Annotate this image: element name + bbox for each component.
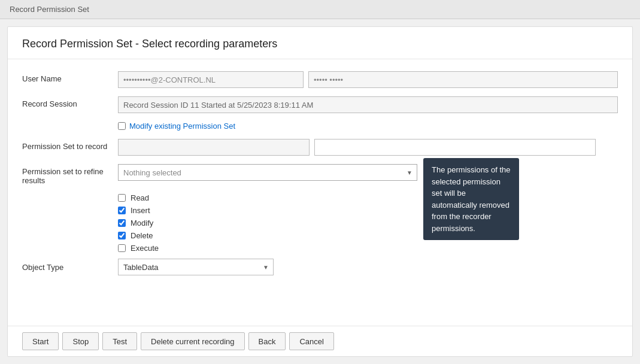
record-session-field[interactable] bbox=[118, 96, 618, 113]
delete-recording-button[interactable]: Delete current recording bbox=[141, 332, 244, 350]
permissions-section: Read Insert Modify Delete Execute bbox=[118, 193, 618, 253]
permission-set-refine-dropdown[interactable]: Nothing selected bbox=[118, 164, 417, 181]
username-field-2[interactable] bbox=[308, 71, 618, 88]
modify-existing-label[interactable]: Modify existing Permission Set bbox=[129, 122, 235, 131]
read-label[interactable]: Read bbox=[131, 193, 149, 202]
card-body: User Name Record Session Modify existing… bbox=[8, 59, 632, 326]
read-checkbox[interactable] bbox=[118, 194, 126, 202]
record-session-label: Record Session bbox=[22, 96, 118, 108]
record-session-row: Record Session bbox=[22, 96, 618, 113]
stop-button[interactable]: Stop bbox=[62, 332, 99, 350]
main-card: Record Permission Set - Select recording… bbox=[7, 26, 633, 357]
permission-set-field-1[interactable] bbox=[118, 139, 310, 156]
permission-set-field-2[interactable] bbox=[314, 139, 596, 156]
cancel-button[interactable]: Cancel bbox=[289, 332, 333, 350]
modify-existing-checkbox[interactable] bbox=[118, 122, 126, 130]
username-label: User Name bbox=[22, 71, 118, 83]
test-button[interactable]: Test bbox=[102, 332, 137, 350]
execute-checkbox[interactable] bbox=[118, 244, 126, 252]
username-row: User Name bbox=[22, 71, 618, 88]
page-title: Record Permission Set - Select recording… bbox=[8, 27, 632, 59]
breadcrumb: Record Permission Set bbox=[0, 0, 640, 19]
object-type-dropdown[interactable]: TableData Form Report Codeunit XMLport bbox=[118, 259, 274, 275]
breadcrumb-text: Record Permission Set bbox=[10, 5, 89, 14]
start-button[interactable]: Start bbox=[22, 332, 59, 350]
object-type-label: Object Type bbox=[22, 263, 118, 272]
execute-label[interactable]: Execute bbox=[131, 244, 159, 253]
delete-perm-item: Delete bbox=[118, 231, 618, 240]
permission-set-record-label: Permission Set to record bbox=[22, 139, 118, 151]
modify-row: Modify existing Permission Set bbox=[118, 122, 618, 131]
insert-perm-item: Insert bbox=[118, 206, 618, 215]
record-session-controls bbox=[118, 96, 618, 113]
username-controls bbox=[118, 71, 618, 88]
card-footer: Start Stop Test Delete current recording… bbox=[8, 326, 632, 356]
tooltip-box: The permissions of the selected permissi… bbox=[423, 158, 519, 240]
dropdown-wrapper: Nothing selected ▼ bbox=[118, 164, 417, 181]
delete-label[interactable]: Delete bbox=[131, 231, 153, 240]
permission-set-record-controls bbox=[118, 139, 596, 156]
username-field-1[interactable] bbox=[118, 71, 304, 88]
object-type-wrapper: TableData Form Report Codeunit XMLport ▼ bbox=[118, 259, 274, 275]
modify-checkbox[interactable] bbox=[118, 219, 126, 227]
insert-label[interactable]: Insert bbox=[131, 206, 150, 215]
delete-checkbox[interactable] bbox=[118, 232, 126, 239]
object-type-row: Object Type TableData Form Report Codeun… bbox=[22, 259, 618, 275]
permission-set-refine-row: Permission set to refine results Nothing… bbox=[22, 164, 618, 185]
read-perm-item: Read bbox=[118, 193, 618, 202]
execute-perm-item: Execute bbox=[118, 244, 618, 253]
modify-perm-label[interactable]: Modify bbox=[131, 219, 153, 228]
insert-checkbox[interactable] bbox=[118, 207, 126, 214]
back-button[interactable]: Back bbox=[248, 332, 286, 350]
tooltip-text: The permissions of the selected permissi… bbox=[432, 165, 511, 233]
modify-perm-item: Modify bbox=[118, 219, 618, 228]
permission-set-record-row: Permission Set to record bbox=[22, 139, 618, 156]
permission-set-refine-label: Permission set to refine results bbox=[22, 164, 118, 185]
